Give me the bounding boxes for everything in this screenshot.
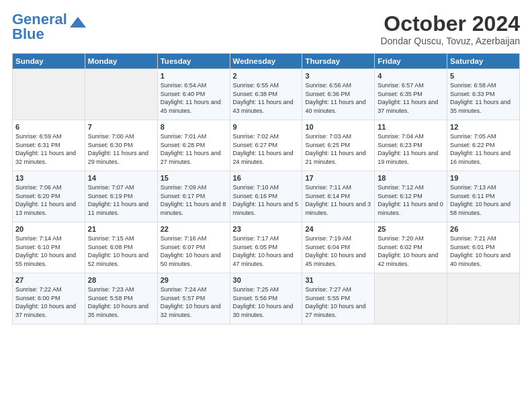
col-monday: Monday xyxy=(85,54,157,69)
col-saturday: Saturday xyxy=(447,54,520,69)
cell-info: Sunrise: 6:55 AMSunset: 6:38 PMDaylight:… xyxy=(233,81,300,115)
cell-info: Sunrise: 7:19 AMSunset: 6:04 PMDaylight:… xyxy=(305,234,371,268)
cell-3-1: 13Sunrise: 7:06 AMSunset: 6:20 PMDayligh… xyxy=(13,171,85,222)
day-number: 23 xyxy=(233,225,300,233)
cell-3-4: 16Sunrise: 7:10 AMSunset: 6:16 PMDayligh… xyxy=(230,171,302,222)
day-number: 29 xyxy=(161,276,227,284)
day-number: 2 xyxy=(233,72,300,80)
cell-info: Sunrise: 7:13 AMSunset: 6:11 PMDaylight:… xyxy=(450,183,517,217)
col-thursday: Thursday xyxy=(302,54,375,69)
cell-info: Sunrise: 7:21 AMSunset: 6:01 PMDaylight:… xyxy=(450,234,517,268)
week-row-1: 1Sunrise: 6:54 AMSunset: 6:40 PMDaylight… xyxy=(13,69,520,120)
month-title: October 2024 xyxy=(380,12,520,36)
cell-info: Sunrise: 7:07 AMSunset: 6:19 PMDaylight:… xyxy=(88,183,154,217)
cell-info: Sunrise: 7:09 AMSunset: 6:17 PMDaylight:… xyxy=(161,183,227,217)
cell-info: Sunrise: 7:17 AMSunset: 6:05 PMDaylight:… xyxy=(233,234,300,268)
day-number: 21 xyxy=(88,225,154,233)
cell-info: Sunrise: 7:00 AMSunset: 6:30 PMDaylight:… xyxy=(88,132,154,166)
cell-2-7: 12Sunrise: 7:05 AMSunset: 6:22 PMDayligh… xyxy=(447,120,520,171)
cell-info: Sunrise: 7:20 AMSunset: 6:02 PMDaylight:… xyxy=(378,234,444,268)
cell-1-1 xyxy=(13,69,85,120)
cell-2-2: 7Sunrise: 7:00 AMSunset: 6:30 PMDaylight… xyxy=(85,120,157,171)
col-sunday: Sunday xyxy=(13,54,85,69)
day-number: 8 xyxy=(161,123,227,131)
day-number: 11 xyxy=(378,123,444,131)
cell-info: Sunrise: 6:58 AMSunset: 6:33 PMDaylight:… xyxy=(450,81,517,115)
cell-5-4: 30Sunrise: 7:25 AMSunset: 5:56 PMDayligh… xyxy=(230,273,302,324)
cell-4-2: 21Sunrise: 7:15 AMSunset: 6:08 PMDayligh… xyxy=(85,222,157,273)
title-block: October 2024 Dondar Quscu, Tovuz, Azerba… xyxy=(380,12,520,46)
cell-info: Sunrise: 7:05 AMSunset: 6:22 PMDaylight:… xyxy=(450,132,517,166)
logo-icon xyxy=(69,14,87,33)
cell-4-4: 23Sunrise: 7:17 AMSunset: 6:05 PMDayligh… xyxy=(230,222,302,273)
cell-4-6: 25Sunrise: 7:20 AMSunset: 6:02 PMDayligh… xyxy=(375,222,447,273)
day-number: 5 xyxy=(450,72,517,80)
day-number: 14 xyxy=(88,174,154,182)
cell-info: Sunrise: 7:11 AMSunset: 6:14 PMDaylight:… xyxy=(305,183,371,217)
header: GeneralBlue October 2024 Dondar Quscu, T… xyxy=(12,12,520,46)
cell-info: Sunrise: 7:12 AMSunset: 6:12 PMDaylight:… xyxy=(378,183,444,217)
day-number: 20 xyxy=(15,225,82,233)
day-number: 1 xyxy=(161,72,227,80)
cell-4-7: 26Sunrise: 7:21 AMSunset: 6:01 PMDayligh… xyxy=(447,222,520,273)
day-number: 4 xyxy=(378,72,444,80)
day-number: 27 xyxy=(15,276,82,284)
header-row: Sunday Monday Tuesday Wednesday Thursday… xyxy=(13,54,520,69)
cell-info: Sunrise: 7:23 AMSunset: 5:58 PMDaylight:… xyxy=(88,285,154,319)
day-number: 19 xyxy=(450,174,517,182)
cell-info: Sunrise: 7:15 AMSunset: 6:08 PMDaylight:… xyxy=(88,234,154,268)
day-number: 10 xyxy=(305,123,371,131)
day-number: 16 xyxy=(233,174,300,182)
cell-5-1: 27Sunrise: 7:22 AMSunset: 6:00 PMDayligh… xyxy=(13,273,85,324)
cell-2-5: 10Sunrise: 7:03 AMSunset: 6:25 PMDayligh… xyxy=(302,120,375,171)
cell-info: Sunrise: 7:10 AMSunset: 6:16 PMDaylight:… xyxy=(233,183,300,217)
week-row-3: 13Sunrise: 7:06 AMSunset: 6:20 PMDayligh… xyxy=(13,171,520,222)
cell-4-1: 20Sunrise: 7:14 AMSunset: 6:10 PMDayligh… xyxy=(13,222,85,273)
cell-2-1: 6Sunrise: 6:59 AMSunset: 6:31 PMDaylight… xyxy=(13,120,85,171)
cell-info: Sunrise: 7:24 AMSunset: 5:57 PMDaylight:… xyxy=(161,285,227,319)
week-row-5: 27Sunrise: 7:22 AMSunset: 6:00 PMDayligh… xyxy=(13,273,520,324)
cell-3-5: 17Sunrise: 7:11 AMSunset: 6:14 PMDayligh… xyxy=(302,171,375,222)
day-number: 31 xyxy=(305,276,371,284)
cell-3-6: 18Sunrise: 7:12 AMSunset: 6:12 PMDayligh… xyxy=(375,171,447,222)
cell-info: Sunrise: 7:04 AMSunset: 6:23 PMDaylight:… xyxy=(378,132,444,166)
col-wednesday: Wednesday xyxy=(230,54,302,69)
cell-info: Sunrise: 6:57 AMSunset: 6:35 PMDaylight:… xyxy=(378,81,444,115)
cell-info: Sunrise: 7:27 AMSunset: 5:55 PMDaylight:… xyxy=(305,285,371,319)
logo: GeneralBlue xyxy=(12,12,87,42)
cell-info: Sunrise: 7:16 AMSunset: 6:07 PMDaylight:… xyxy=(161,234,227,268)
cell-1-3: 1Sunrise: 6:54 AMSunset: 6:40 PMDaylight… xyxy=(157,69,230,120)
cell-info: Sunrise: 7:14 AMSunset: 6:10 PMDaylight:… xyxy=(15,234,82,268)
cell-info: Sunrise: 7:22 AMSunset: 6:00 PMDaylight:… xyxy=(15,285,82,319)
cell-4-3: 22Sunrise: 7:16 AMSunset: 6:07 PMDayligh… xyxy=(157,222,230,273)
day-number: 12 xyxy=(450,123,517,131)
col-tuesday: Tuesday xyxy=(157,54,230,69)
day-number: 9 xyxy=(233,123,300,131)
cell-1-2 xyxy=(85,69,157,120)
cell-1-6: 4Sunrise: 6:57 AMSunset: 6:35 PMDaylight… xyxy=(375,69,447,120)
cell-2-3: 8Sunrise: 7:01 AMSunset: 6:28 PMDaylight… xyxy=(157,120,230,171)
cell-info: Sunrise: 7:02 AMSunset: 6:27 PMDaylight:… xyxy=(233,132,300,166)
cell-info: Sunrise: 7:06 AMSunset: 6:20 PMDaylight:… xyxy=(15,183,82,217)
day-number: 25 xyxy=(378,225,444,233)
day-number: 3 xyxy=(305,72,371,80)
cell-5-6 xyxy=(375,273,447,324)
calendar-table: Sunday Monday Tuesday Wednesday Thursday… xyxy=(12,53,520,324)
day-number: 13 xyxy=(15,174,82,182)
week-row-4: 20Sunrise: 7:14 AMSunset: 6:10 PMDayligh… xyxy=(13,222,520,273)
cell-info: Sunrise: 7:01 AMSunset: 6:28 PMDaylight:… xyxy=(161,132,227,166)
cell-5-3: 29Sunrise: 7:24 AMSunset: 5:57 PMDayligh… xyxy=(157,273,230,324)
cell-info: Sunrise: 7:03 AMSunset: 6:25 PMDaylight:… xyxy=(305,132,371,166)
cell-info: Sunrise: 6:54 AMSunset: 6:40 PMDaylight:… xyxy=(161,81,227,115)
day-number: 30 xyxy=(233,276,300,284)
col-friday: Friday xyxy=(375,54,447,69)
cell-3-7: 19Sunrise: 7:13 AMSunset: 6:11 PMDayligh… xyxy=(447,171,520,222)
day-number: 24 xyxy=(305,225,371,233)
logo-text: GeneralBlue xyxy=(12,12,67,42)
cell-5-7 xyxy=(447,273,520,324)
week-row-2: 6Sunrise: 6:59 AMSunset: 6:31 PMDaylight… xyxy=(13,120,520,171)
day-number: 22 xyxy=(161,225,227,233)
cell-info: Sunrise: 6:56 AMSunset: 6:36 PMDaylight:… xyxy=(305,81,371,115)
cell-info: Sunrise: 7:25 AMSunset: 5:56 PMDaylight:… xyxy=(233,285,300,319)
cell-5-5: 31Sunrise: 7:27 AMSunset: 5:55 PMDayligh… xyxy=(302,273,375,324)
